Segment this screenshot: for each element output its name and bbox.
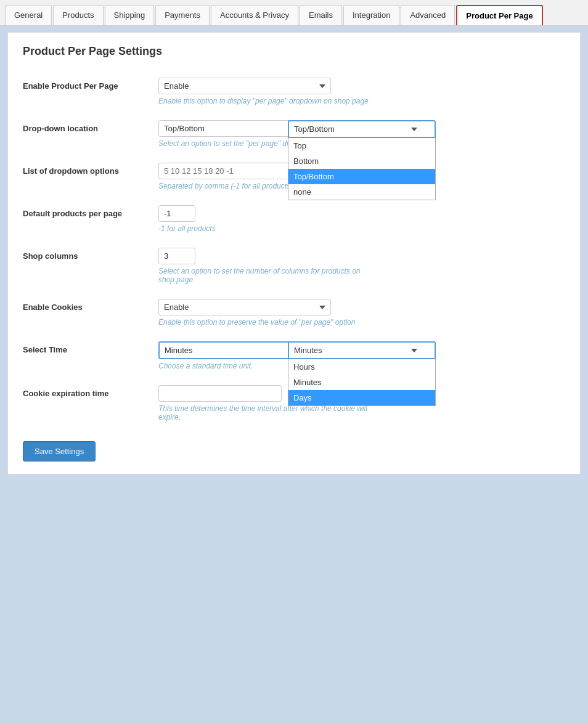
chevron-down-icon-time bbox=[411, 349, 417, 352]
tab-emails[interactable]: Emails bbox=[300, 5, 342, 25]
dropdown-time-value: Minutes bbox=[294, 346, 322, 355]
tab-products[interactable]: Products bbox=[53, 5, 103, 25]
chevron-down-icon bbox=[411, 128, 417, 131]
input-default-products-per-page[interactable] bbox=[158, 205, 195, 222]
hint-enable-product-per-page: Enable this option to display "per page"… bbox=[158, 97, 565, 105]
dropdown-time-opt-days[interactable]: Days bbox=[288, 390, 435, 405]
label-enable-product-per-page: Enable Product Per Page bbox=[23, 78, 158, 91]
tab-bar: General Products Shipping Payments Accou… bbox=[0, 0, 588, 26]
dropdown-time-list: Hours Minutes Days bbox=[288, 359, 436, 406]
field-default-products-per-page: Default products per page -1 for all pro… bbox=[23, 205, 565, 233]
page-title: Product Per Page Settings bbox=[23, 45, 565, 63]
dropdown-location-open: Top/Bottom Top Bottom Top/Bottom none bbox=[288, 120, 436, 138]
tab-accounts-privacy[interactable]: Accounts & Privacy bbox=[211, 5, 298, 25]
label-shop-columns: Shop columns bbox=[23, 248, 158, 261]
tab-product-per-page[interactable]: Product Per Page bbox=[456, 5, 542, 25]
control-shop-columns: Select an option to set the number of co… bbox=[158, 248, 565, 284]
field-dropdown-location: Drop-down location Top Bottom Top/Bottom… bbox=[23, 120, 565, 148]
hint-cookie-expiration: This time determines the time interval a… bbox=[158, 404, 368, 421]
tab-general[interactable]: General bbox=[5, 5, 52, 25]
save-button[interactable]: Save Settings bbox=[23, 441, 96, 462]
input-list-dropdown-options[interactable] bbox=[158, 163, 294, 179]
label-cookie-expiration: Cookie expiration time bbox=[23, 385, 158, 398]
dropdown-time-selected[interactable]: Minutes bbox=[288, 341, 436, 359]
dropdown-location-opt-topbottom[interactable]: Top/Bottom bbox=[288, 169, 435, 184]
dropdown-location-selected[interactable]: Top/Bottom bbox=[288, 120, 436, 138]
dropdown-location-opt-top[interactable]: Top bbox=[288, 138, 435, 153]
label-default-products-per-page: Default products per page bbox=[23, 205, 158, 218]
hint-shop-columns: Select an option to set the number of co… bbox=[158, 267, 368, 284]
label-dropdown-location: Drop-down location bbox=[23, 120, 158, 133]
tab-integration[interactable]: Integration bbox=[343, 5, 399, 25]
dropdown-location-list: Top Bottom Top/Bottom none bbox=[288, 138, 436, 200]
settings-content: Product Per Page Settings Enable Product… bbox=[7, 32, 581, 474]
field-shop-columns: Shop columns Select an option to set the… bbox=[23, 248, 565, 284]
dropdown-location-value: Top/Bottom bbox=[294, 124, 335, 134]
field-enable-cookies: Enable Cookies Enable Disable Enable thi… bbox=[23, 299, 565, 327]
field-select-time: Select Time Hours Minutes Days Choose a … bbox=[23, 341, 565, 370]
select-enable-cookies[interactable]: Enable Disable bbox=[158, 299, 331, 315]
save-section: Save Settings bbox=[23, 436, 565, 462]
control-default-products-per-page: -1 for all products bbox=[158, 205, 565, 233]
dropdown-location-opt-none[interactable]: none bbox=[288, 184, 435, 200]
control-enable-cookies: Enable Disable Enable this option to pre… bbox=[158, 299, 565, 327]
tab-payments[interactable]: Payments bbox=[155, 5, 210, 25]
label-list-dropdown-options: List of dropdown options bbox=[23, 163, 158, 176]
input-shop-columns[interactable] bbox=[158, 248, 195, 264]
tab-shipping[interactable]: Shipping bbox=[105, 5, 155, 25]
dropdown-location-opt-bottom[interactable]: Bottom bbox=[288, 153, 435, 169]
label-select-time: Select Time bbox=[23, 341, 158, 354]
label-enable-cookies: Enable Cookies bbox=[23, 299, 158, 312]
input-cookie-expiration[interactable] bbox=[158, 385, 282, 402]
tab-advanced[interactable]: Advanced bbox=[401, 5, 455, 25]
dropdown-time-opt-hours[interactable]: Hours bbox=[288, 359, 435, 375]
hint-default-products-per-page: -1 for all products bbox=[158, 224, 565, 233]
field-enable-product-per-page: Enable Product Per Page Enable Disable E… bbox=[23, 78, 565, 105]
dropdown-time-open: Minutes Hours Minutes Days bbox=[288, 341, 436, 359]
select-enable-product-per-page[interactable]: Enable Disable bbox=[158, 78, 331, 94]
page-wrapper: General Products Shipping Payments Accou… bbox=[0, 0, 588, 724]
dropdown-time-opt-minutes[interactable]: Minutes bbox=[288, 375, 435, 390]
hint-enable-cookies: Enable this option to preserve the value… bbox=[158, 318, 565, 327]
control-enable-product-per-page: Enable Disable Enable this option to dis… bbox=[158, 78, 565, 105]
